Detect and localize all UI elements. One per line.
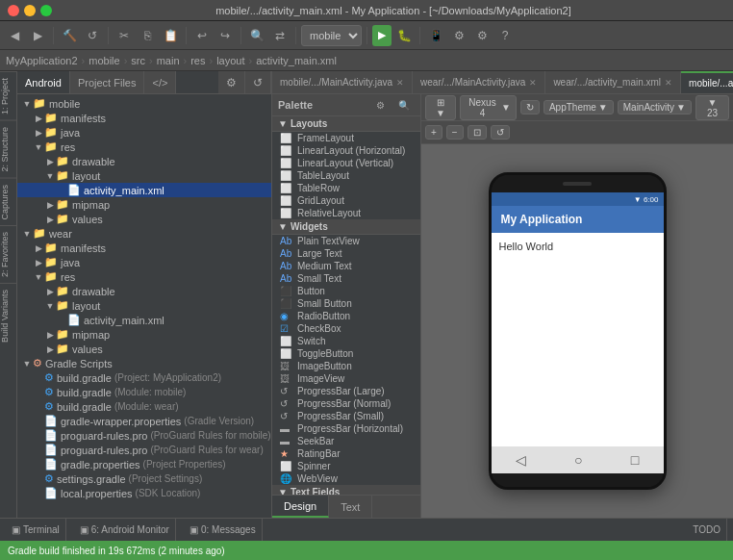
palette-item-framelayout[interactable]: ⬜FrameLayout — [272, 132, 420, 144]
palette-toggle-btn[interactable]: ⊞ ▼ — [425, 95, 456, 120]
tree-gradle-scripts[interactable]: ▼ ⚙ Gradle Scripts — [17, 356, 271, 370]
tree-build-gradle-wear[interactable]: ⚙ build.gradle (Module: wear) — [17, 399, 271, 414]
tree-res[interactable]: ▼ 📁 res — [17, 140, 271, 154]
palette-search-btn[interactable]: 🔍 — [393, 97, 415, 113]
tab-android-monitor[interactable]: ▣ 6: Android Monitor — [74, 519, 176, 541]
close-tab-2[interactable]: ✕ — [529, 78, 537, 88]
gear-icon[interactable]: ⚙ — [218, 71, 245, 93]
tree-build-gradle-project[interactable]: ⚙ build.gradle (Project: MyApplication2) — [17, 370, 271, 385]
cut-button[interactable]: ✂ — [114, 25, 135, 46]
tab-project-files[interactable]: Project Files — [70, 71, 145, 93]
palette-item-linearlayout-h[interactable]: ⬜LinearLayout (Horizontal) — [272, 144, 420, 157]
forward-button[interactable]: ▶ — [27, 25, 48, 46]
bc-item-5[interactable]: layout — [216, 55, 244, 66]
api-selector[interactable]: ▼ 23 — [695, 95, 729, 120]
palette-group-layouts[interactable]: ▼Layouts — [272, 116, 420, 132]
theme-selector[interactable]: AppTheme ▼ — [543, 100, 614, 115]
tab-design[interactable]: Design — [272, 496, 329, 518]
panel-label-project[interactable]: 1: Project — [0, 71, 17, 120]
tree-wear-res[interactable]: ▼ 📁 res — [17, 269, 271, 284]
device-selector[interactable]: Nexus 4 ▼ — [460, 95, 517, 120]
sync-button[interactable]: ↺ — [82, 25, 103, 46]
palette-item-checkbox[interactable]: ☑CheckBox — [272, 322, 420, 335]
palette-item-progressbar-large[interactable]: ↺ProgressBar (Large) — [272, 385, 420, 397]
avd-button[interactable]: 📱 — [425, 25, 446, 46]
tree-wear-java[interactable]: ▶ 📁 java — [17, 255, 271, 269]
activity-selector[interactable]: MainActivity ▼ — [618, 100, 692, 115]
tree-settings-gradle[interactable]: ⚙ settings.gradle (Project Settings) — [17, 471, 271, 486]
palette-item-seekbar[interactable]: ▬SeekBar — [272, 435, 420, 447]
tree-proguard-mobile[interactable]: 📄 proguard-rules.pro (ProGuard Rules for… — [17, 428, 271, 443]
tab-activity-main-wear[interactable]: wear/.../activity_main.xml ✕ — [545, 71, 681, 93]
palette-item-gridlayout[interactable]: ⬜GridLayout — [272, 194, 420, 207]
undo-button[interactable]: ↩ — [191, 25, 213, 46]
bc-item-0[interactable]: MyApplication2 — [6, 55, 78, 66]
palette-group-textfields[interactable]: ▼Text Fields — [272, 485, 420, 495]
palette-item-switch[interactable]: ⬜Switch — [272, 335, 420, 347]
tab-messages[interactable]: ▣ 0: Messages — [184, 519, 263, 541]
close-tab-1[interactable]: ✕ — [396, 78, 404, 88]
palette-item-progressbar-normal[interactable]: ↺ProgressBar (Normal) — [272, 397, 420, 410]
tree-wear-activity-main-xml[interactable]: 📄 activity_main.xml — [17, 313, 271, 327]
redo-button[interactable]: ↪ — [215, 25, 236, 46]
palette-item-radiobutton[interactable]: ◉RadioButton — [272, 310, 420, 322]
bc-item-3[interactable]: main — [157, 55, 180, 66]
tree-build-gradle-mobile[interactable]: ⚙ build.gradle (Module: mobile) — [17, 385, 271, 399]
palette-item-imageview[interactable]: 🖼ImageView — [272, 372, 420, 385]
tree-mipmap[interactable]: ▶ 📁 mipmap — [17, 197, 271, 212]
palette-item-progressbar-h[interactable]: ▬ProgressBar (Horizontal) — [272, 422, 420, 435]
palette-item-small-button[interactable]: ⬛Small Button — [272, 297, 420, 310]
bc-item-6[interactable]: activity_main.xml — [256, 55, 337, 66]
tree-layout[interactable]: ▼ 📁 layout — [17, 168, 271, 183]
build-button[interactable]: 🔨 — [59, 25, 80, 46]
tree-wear-mipmap[interactable]: ▶ 📁 mipmap — [17, 327, 271, 342]
tab-code-view[interactable]: </> — [144, 71, 176, 93]
minimize-button[interactable] — [24, 5, 36, 16]
tree-drawable[interactable]: ▶ 📁 drawable — [17, 154, 271, 168]
settings-button[interactable]: ⚙ — [471, 25, 493, 46]
replace-button[interactable]: ⇄ — [269, 25, 291, 46]
zoom-out-btn[interactable]: − — [446, 125, 464, 140]
tree-gradle-wrapper[interactable]: 📄 gradle-wrapper.properties (Gradle Vers… — [17, 414, 271, 428]
palette-item-tablelayout[interactable]: ⬜TableLayout — [272, 169, 420, 182]
zoom-in-btn[interactable]: + — [425, 125, 442, 140]
tab-activity-main-mobile[interactable]: mobile/...activ ✕ — [681, 71, 733, 93]
palette-item-imagebutton[interactable]: 🖼ImageButton — [272, 360, 420, 372]
tree-java[interactable]: ▶ 📁 java — [17, 125, 271, 140]
bc-item-2[interactable]: src — [131, 55, 145, 66]
debug-button[interactable]: 🐛 — [393, 25, 415, 46]
palette-settings-btn[interactable]: ⚙ — [369, 97, 391, 113]
paste-button[interactable]: 📋 — [160, 25, 181, 46]
tab-todo[interactable]: TODO — [687, 519, 727, 541]
bc-item-1[interactable]: mobile — [88, 55, 119, 66]
palette-group-widgets[interactable]: ▼Widgets — [272, 219, 420, 235]
tab-mainactivity-wear[interactable]: wear/.../MainActivity.java ✕ — [413, 71, 545, 93]
tree-wear-layout[interactable]: ▼ 📁 layout — [17, 298, 271, 313]
run-button[interactable]: ▶ — [372, 25, 392, 46]
tab-mainactivity-mobile[interactable]: mobile/.../MainActivity.java ✕ — [272, 71, 413, 93]
tab-terminal[interactable]: ▣ Terminal — [6, 519, 66, 541]
search-button[interactable]: 🔍 — [246, 25, 267, 46]
tree-activity-main-xml[interactable]: 📄 activity_main.xml — [17, 183, 271, 197]
panel-label-captures[interactable]: Captures — [0, 178, 17, 226]
palette-item-linearlayout-v[interactable]: ⬜LinearLayout (Vertical) — [272, 157, 420, 169]
tree-wear-drawable[interactable]: ▶ 📁 drawable — [17, 284, 271, 298]
palette-item-medium-text[interactable]: AbMedium Text — [272, 260, 420, 272]
bc-item-4[interactable]: res — [190, 55, 205, 66]
panel-label-build-variants[interactable]: Build Variants — [0, 283, 17, 348]
help-button[interactable]: ? — [494, 25, 516, 46]
tree-wear[interactable]: ▼ 📁 wear — [17, 226, 271, 241]
palette-item-small-text[interactable]: AbSmall Text — [272, 272, 420, 285]
palette-item-togglebutton[interactable]: ⬜ToggleButton — [272, 347, 420, 360]
refresh-btn[interactable]: ↺ — [491, 125, 510, 140]
rotate-btn[interactable]: ↻ — [520, 100, 540, 115]
tree-wear-values[interactable]: ▶ 📁 values — [17, 342, 271, 356]
sdk-button[interactable]: ⚙ — [448, 25, 469, 46]
tree-values[interactable]: ▶ 📁 values — [17, 212, 271, 226]
maximize-button[interactable] — [40, 5, 52, 16]
sync-icon[interactable]: ↺ — [245, 71, 271, 93]
fit-btn[interactable]: ⊡ — [468, 125, 487, 140]
copy-button[interactable]: ⎘ — [137, 25, 158, 46]
palette-item-tablerow[interactable]: ⬜TableRow — [272, 182, 420, 194]
back-button[interactable]: ◀ — [4, 25, 25, 46]
